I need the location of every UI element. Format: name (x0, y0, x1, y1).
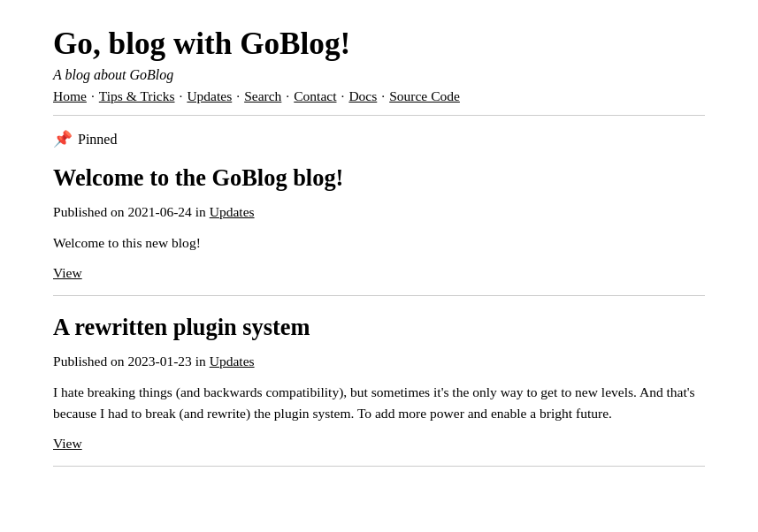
post-1-category[interactable]: Updates (210, 204, 255, 219)
post-1-meta: Published on 2021-06-24 in Updates (53, 204, 705, 220)
pinned-section-label: 📌 Pinned (53, 130, 705, 148)
post-2-title: A rewritten plugin system (53, 314, 705, 341)
site-title: Go, blog with GoBlog! (53, 27, 705, 62)
pin-icon: 📌 (53, 130, 73, 148)
post-2-excerpt: I hate breaking things (and backwards co… (53, 382, 705, 423)
nav-search[interactable]: Search (244, 88, 281, 104)
post-1-divider (53, 295, 705, 296)
nav-sep-1: · (91, 88, 95, 104)
post-1-title: Welcome to the GoBlog blog! (53, 164, 705, 192)
nav-sep-5: · (341, 88, 345, 104)
nav-sep-3: · (236, 88, 240, 104)
post-1: Welcome to the GoBlog blog! Published on… (53, 164, 705, 281)
post-1-view-link[interactable]: View (53, 265, 82, 280)
nav-tips-tricks[interactable]: Tips & Tricks (99, 88, 175, 104)
main-nav: Home · Tips & Tricks · Updates · Search … (53, 88, 705, 104)
nav-source-code[interactable]: Source Code (389, 88, 460, 104)
post-2-view-link[interactable]: View (53, 436, 82, 451)
nav-updates[interactable]: Updates (187, 88, 232, 104)
post-2: A rewritten plugin system Published on 2… (53, 314, 705, 452)
post-2-divider (53, 466, 705, 467)
pinned-text: Pinned (78, 132, 117, 148)
post-2-category[interactable]: Updates (210, 353, 255, 369)
post-1-published: Published on 2021-06-24 in (53, 204, 206, 219)
site-tagline: A blog about GoBlog (53, 67, 705, 83)
nav-sep-6: · (381, 88, 385, 104)
post-2-meta: Published on 2023-01-23 in Updates (53, 353, 705, 369)
nav-home[interactable]: Home (53, 88, 87, 104)
nav-sep-4: · (286, 88, 289, 104)
nav-docs[interactable]: Docs (348, 88, 377, 104)
nav-sep-2: · (180, 88, 183, 104)
post-1-excerpt: Welcome to this new blog! (53, 232, 705, 253)
post-2-published: Published on 2023-01-23 in (53, 353, 206, 369)
nav-contact[interactable]: Contact (294, 88, 336, 104)
header-divider (53, 115, 705, 116)
